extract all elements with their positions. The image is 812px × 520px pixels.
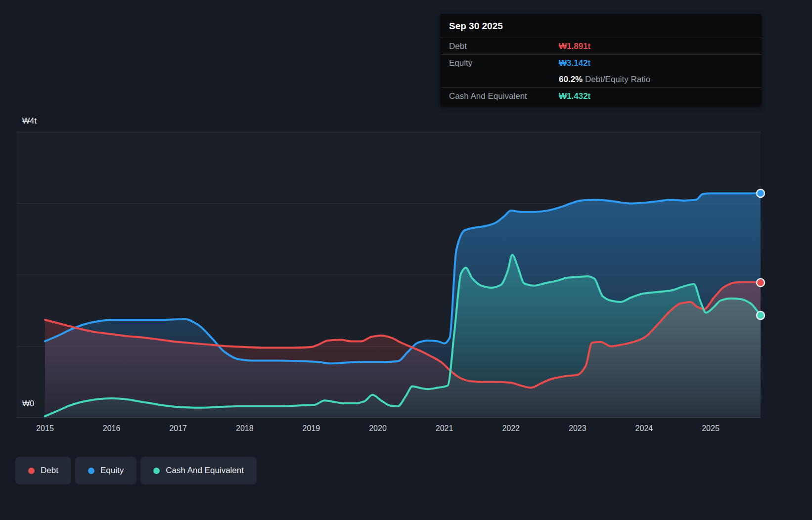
debt-equity-ratio: 60.2% Debt/Equity Ratio (559, 71, 650, 87)
x-axis-label: 2022 (491, 424, 531, 433)
x-axis-label: 2018 (225, 424, 265, 433)
tooltip-label-equity: Equity (449, 55, 472, 71)
legend-equity-label: Equity (100, 466, 124, 476)
tooltip-value-debt: ₩1.891t (559, 38, 590, 54)
legend-debt[interactable]: Debt (15, 457, 71, 484)
tooltip-row-cash: Cash And Equivalent ₩1.432t (440, 88, 762, 106)
x-axis-label: 2019 (291, 424, 331, 433)
tooltip-date: Sep 30 2025 (440, 14, 762, 38)
legend-debt-label: Debt (41, 466, 58, 476)
tooltip-label-cash: Cash And Equivalent (449, 88, 527, 104)
legend-cash[interactable]: Cash And Equivalent (140, 457, 257, 484)
tooltip-row-equity: Equity ₩3.142t (440, 55, 762, 71)
x-axis-label: 2016 (92, 424, 132, 433)
x-axis-label: 2024 (624, 424, 664, 433)
cash-and-equivalent-endpoint-dot (757, 311, 765, 319)
x-axis: 2015201620172018201920202021202220232024… (0, 424, 812, 436)
ratio-value: 60.2% (559, 75, 583, 84)
debt-legend-dot (28, 468, 35, 474)
tooltip-value-cash: ₩1.432t (559, 88, 590, 104)
cash-legend-dot (153, 468, 160, 474)
y-axis-label-top: ₩4t (22, 117, 37, 126)
chart-page: ₩4t ₩0 201520162017201820192020202120222… (0, 0, 812, 520)
tooltip: Sep 30 2025 Debt ₩1.891t Equity ₩3.142t … (440, 14, 762, 106)
x-axis-label: 2021 (425, 424, 464, 433)
legend-equity[interactable]: Equity (75, 457, 136, 484)
ratio-label: Debt/Equity Ratio (585, 75, 650, 84)
tooltip-row-debt: Debt ₩1.891t (440, 38, 762, 55)
legend: Debt Equity Cash And Equivalent (15, 457, 257, 484)
x-axis-label: 2025 (691, 424, 730, 433)
tooltip-row-ratio: 60.2% Debt/Equity Ratio (440, 71, 762, 88)
tooltip-value-equity: ₩3.142t (559, 55, 590, 71)
tooltip-label-debt: Debt (449, 38, 467, 54)
debt-endpoint-dot (757, 279, 765, 287)
x-axis-label: 2023 (558, 424, 597, 433)
x-axis-label: 2020 (358, 424, 398, 433)
legend-cash-label: Cash And Equivalent (166, 466, 244, 476)
equity-legend-dot (88, 468, 94, 474)
equity-endpoint-dot (757, 189, 765, 197)
x-axis-label: 2015 (25, 424, 65, 433)
y-axis-label-bottom: ₩0 (22, 399, 34, 408)
x-axis-label: 2017 (158, 424, 198, 433)
